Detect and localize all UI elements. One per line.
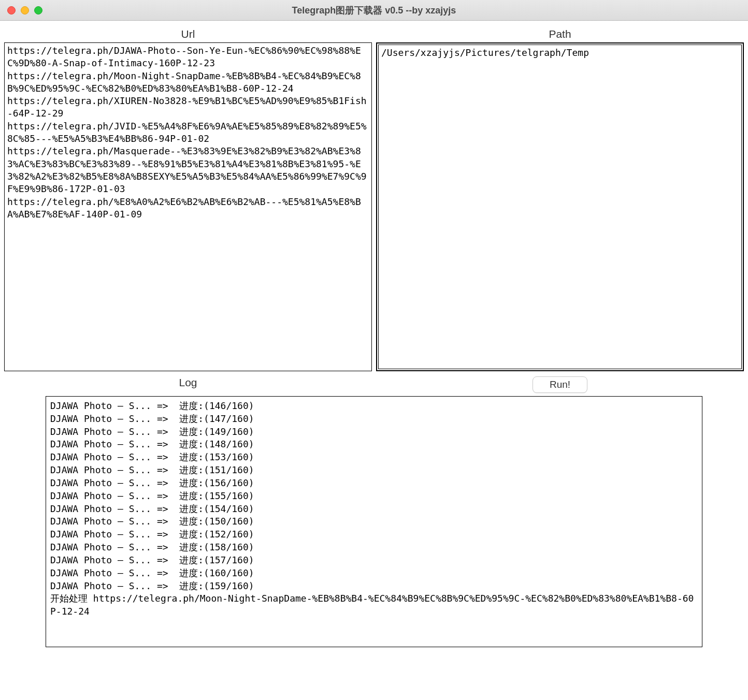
minimize-icon[interactable] (21, 6, 29, 14)
close-icon[interactable] (7, 6, 16, 14)
log-label-column: Log (4, 376, 372, 393)
traffic-lights (0, 6, 42, 14)
path-focus-ring (376, 42, 744, 371)
mid-row: Log Run! (4, 376, 744, 393)
url-label: Url (4, 28, 372, 40)
window-titlebar: Telegraph图册下载器 v0.5 --by xzajyjs (0, 0, 748, 21)
path-label: Path (376, 28, 744, 40)
maximize-icon[interactable] (34, 6, 42, 14)
top-row: Url Path (4, 28, 744, 371)
log-output[interactable]: DJAWA Photo – S... => 进度:(146/160) DJAWA… (46, 396, 702, 647)
window-title: Telegraph图册下载器 v0.5 --by xzajyjs (0, 4, 748, 17)
log-label: Log (179, 376, 197, 389)
path-input[interactable] (378, 45, 742, 369)
url-column: Url (4, 28, 372, 371)
path-column: Path (376, 28, 744, 371)
run-column: Run! (376, 376, 744, 393)
url-input[interactable] (4, 42, 372, 371)
content-area: Url Path Log Run! DJAWA Photo – S... => … (0, 21, 748, 651)
run-button[interactable]: Run! (533, 376, 587, 393)
